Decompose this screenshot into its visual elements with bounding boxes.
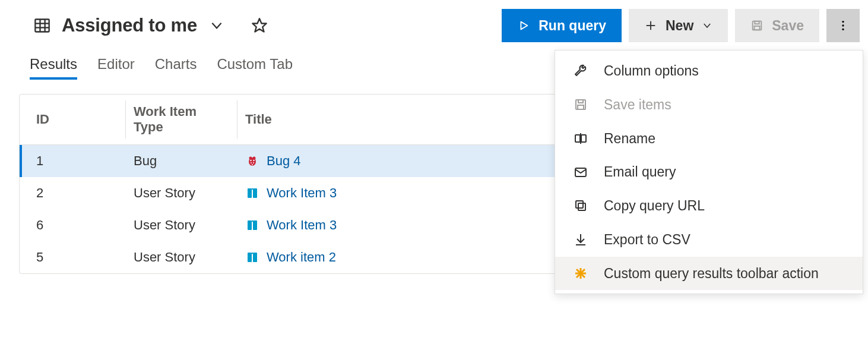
cell-id: 6 (20, 209, 125, 241)
run-query-label: Run query (538, 18, 606, 34)
cell-type: User Story (125, 241, 237, 273)
cell-type: Bug (125, 145, 237, 178)
menu-item-label: Export to CSV (604, 231, 845, 248)
run-query-button[interactable]: Run query (502, 9, 622, 42)
tab-custom[interactable]: Custom Tab (217, 56, 293, 80)
menu-item-label: Rename (604, 130, 845, 147)
tab-results[interactable]: Results (30, 56, 77, 80)
cell-type: User Story (125, 209, 237, 241)
save-button[interactable]: Save (735, 9, 819, 42)
copy-icon (573, 198, 588, 213)
menu-item-custom-action[interactable]: Custom query results toolbar action (555, 257, 863, 291)
favorite-star-icon[interactable] (251, 17, 268, 34)
col-header-id[interactable]: ID (20, 94, 125, 145)
menu-item-label: Custom query results toolbar action (604, 265, 845, 282)
cell-id: 2 (20, 177, 125, 209)
more-icon (837, 19, 850, 32)
story-icon (245, 186, 259, 200)
title-chevron-down-icon[interactable] (208, 17, 226, 34)
more-actions-menu: Column optionsSave itemsRenameEmail quer… (555, 50, 863, 294)
new-button[interactable]: New (629, 9, 728, 42)
save-icon (573, 97, 588, 112)
more-actions-button[interactable] (826, 9, 860, 42)
page-title: Assigned to me (62, 15, 197, 36)
menu-item-export-csv[interactable]: Export to CSV (555, 223, 863, 257)
work-item-link[interactable]: Work Item 3 (267, 218, 337, 233)
save-icon (750, 19, 764, 32)
tab-charts[interactable]: Charts (155, 56, 197, 80)
work-item-link[interactable]: Work Item 3 (267, 185, 337, 201)
menu-item-label: Email query (604, 163, 845, 181)
menu-item-rename[interactable]: Rename (555, 122, 863, 156)
mail-icon (573, 165, 588, 180)
save-label: Save (772, 18, 804, 34)
wrench-icon (573, 63, 588, 78)
asterisk-icon (573, 266, 588, 281)
menu-item-copy-url[interactable]: Copy query URL (555, 189, 863, 223)
title-group: Assigned to me (33, 15, 502, 36)
query-type-icon[interactable] (33, 17, 51, 34)
bug-icon (245, 154, 259, 168)
menu-item-label: Copy query URL (604, 197, 845, 215)
menu-item-save-items: Save items (555, 88, 863, 122)
plus-icon (644, 19, 657, 32)
tab-editor[interactable]: Editor (97, 56, 135, 80)
cell-id: 5 (20, 241, 125, 273)
play-icon (517, 19, 530, 32)
story-icon (245, 218, 259, 232)
work-item-link[interactable]: Bug 4 (267, 153, 301, 169)
menu-item-label: Column options (604, 62, 845, 80)
story-icon (245, 250, 259, 264)
chevron-down-icon (702, 20, 712, 31)
menu-item-column-options[interactable]: Column options (555, 54, 863, 88)
header: Assigned to me Run query New Save (0, 0, 868, 43)
new-label: New (666, 18, 693, 34)
toolbar: Run query New Save (502, 9, 868, 42)
rename-icon (573, 131, 588, 146)
cell-id: 1 (20, 145, 125, 178)
work-item-link[interactable]: Work item 2 (267, 250, 336, 265)
download-icon (573, 232, 588, 247)
col-header-type[interactable]: Work Item Type (125, 94, 237, 145)
cell-type: User Story (125, 177, 237, 209)
menu-item-label: Save items (604, 96, 845, 114)
menu-item-email-query[interactable]: Email query (555, 155, 863, 189)
